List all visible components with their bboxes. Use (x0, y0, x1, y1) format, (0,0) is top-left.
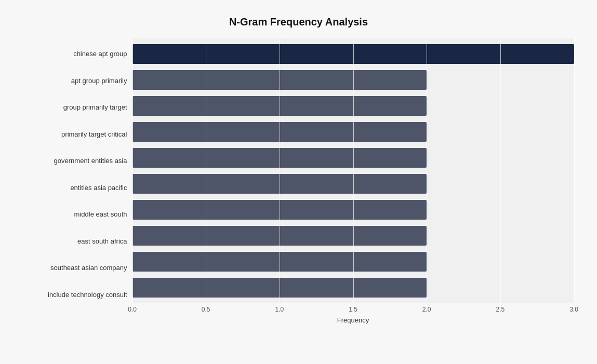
x-axis: 0.00.51.01.52.02.53.0 (132, 303, 574, 305)
bar-row (132, 275, 574, 301)
x-tick: 0.5 (202, 306, 210, 313)
bar (132, 174, 427, 194)
bar (132, 44, 574, 64)
y-label: chinese apt group (23, 41, 127, 68)
bars-wrapper (132, 38, 574, 303)
plot-area: 0.00.51.01.52.02.53.0 Frequency (132, 38, 574, 324)
bar (132, 96, 427, 116)
y-label: primarily target critical (23, 121, 127, 148)
chart-container: N-Gram Frequency Analysis chinese apt gr… (13, 6, 585, 359)
y-label: include technology consult (23, 281, 127, 308)
bar (132, 226, 427, 246)
x-tick: 0.0 (128, 306, 137, 313)
x-tick: 1.5 (349, 306, 357, 313)
chart-title: N-Gram Frequency Analysis (23, 16, 574, 28)
x-axis-label: Frequency (132, 316, 574, 324)
grid-line (574, 38, 575, 303)
x-tick: 2.5 (496, 306, 505, 313)
bar-row (132, 145, 574, 171)
x-tick: 2.0 (422, 306, 431, 313)
bar (132, 122, 427, 142)
bar-row (132, 41, 574, 67)
y-label: middle east south (23, 201, 127, 228)
y-label: government entities asia (23, 148, 127, 175)
y-label: group primarily target (23, 95, 127, 122)
y-axis: chinese apt groupapt group primarilygrou… (23, 38, 132, 324)
bar-row (132, 93, 574, 119)
bar (132, 252, 427, 272)
x-tick: 3.0 (569, 306, 578, 313)
y-label: east south africa (23, 228, 127, 255)
y-label: apt group primarily (23, 68, 127, 95)
y-label: entities asia pacific (23, 174, 127, 201)
bar-row (132, 67, 574, 93)
bar (132, 278, 427, 298)
y-label: southeast asian company (23, 255, 127, 282)
x-tick: 1.0 (275, 306, 284, 313)
bar (132, 70, 427, 90)
bar (132, 200, 427, 220)
bar-row (132, 119, 574, 145)
bar-row (132, 249, 574, 275)
bar (132, 148, 427, 168)
bar-row (132, 171, 574, 197)
bar-row (132, 197, 574, 223)
bar-row (132, 223, 574, 249)
chart-area: chinese apt groupapt group primarilygrou… (23, 38, 574, 324)
